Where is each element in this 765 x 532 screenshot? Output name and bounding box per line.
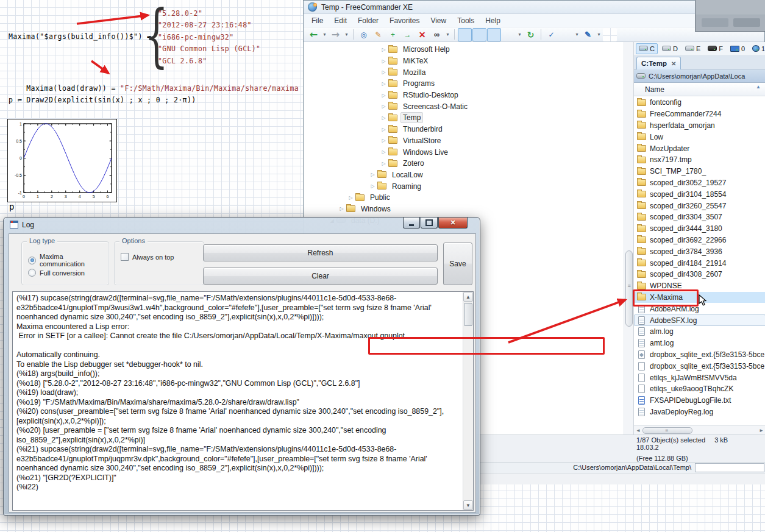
- file-row[interactable]: scoped_dir3260_25547: [634, 200, 765, 211]
- toolbar-button[interactable]: [544, 28, 558, 41]
- file-row[interactable]: alm.log: [634, 326, 765, 338]
- file-row[interactable]: nsx7197.tmp: [634, 154, 765, 166]
- toolbar-button[interactable]: [581, 28, 595, 41]
- menu-item[interactable]: Edit: [329, 15, 352, 26]
- file-row[interactable]: etilqs_kjJaWmBfSMVV5da: [634, 372, 765, 383]
- menu-item[interactable]: Tools: [452, 15, 480, 26]
- tree-expand-icon[interactable]: [379, 104, 388, 109]
- tree-item[interactable]: Screencast-O-Matic: [304, 101, 624, 112]
- close-button[interactable]: ✕: [438, 218, 468, 229]
- refresh-button[interactable]: Refresh: [203, 244, 438, 261]
- toolbar-button[interactable]: [321, 28, 328, 41]
- toolbar-button[interactable]: [603, 28, 617, 41]
- file-row[interactable]: scoped_dir3784_3936: [634, 246, 765, 257]
- radio-full-conversion[interactable]: Full conversion: [28, 269, 85, 277]
- toolbar-button[interactable]: [371, 28, 385, 41]
- tree-expand-icon[interactable]: [346, 195, 355, 200]
- toolbar-button[interactable]: [541, 29, 541, 40]
- clear-button[interactable]: Clear: [203, 268, 438, 285]
- tree-item[interactable]: MiKTeX: [304, 55, 624, 67]
- address-bar[interactable]: C:\Users\omorjan\AppData\Loca: [634, 69, 765, 83]
- tree-expand-icon[interactable]: [368, 183, 377, 189]
- checkbox-icon[interactable]: [121, 253, 129, 261]
- toolbar-button[interactable]: [343, 28, 350, 41]
- log-scrollbar[interactable]: ▲ ▼: [463, 292, 473, 510]
- tree-expand-icon[interactable]: [379, 69, 388, 75]
- tree-item[interactable]: Programs: [304, 78, 624, 90]
- toolbar-button[interactable]: [502, 28, 516, 41]
- scroll-left-icon[interactable]: ◄: [636, 428, 641, 433]
- toolbar-button[interactable]: [458, 28, 472, 41]
- tree-expand-icon[interactable]: [379, 81, 388, 87]
- radio-maxima-communication[interactable]: Maxima communication: [28, 253, 109, 268]
- tree-scrollbar-thumb[interactable]: [625, 250, 633, 327]
- tab-close-icon[interactable]: ✕: [671, 60, 676, 67]
- tree-expand-icon[interactable]: [379, 161, 388, 166]
- log-output-area[interactable]: (%i17) supcase(string(draw2d([terminal=s…: [12, 291, 474, 511]
- file-row[interactable]: AdobeARM.log: [634, 303, 765, 314]
- draw2d-expression[interactable]: p ≔ Draw2D(explicit(sin(x) ; x ; 0 ; 2·π…: [9, 96, 196, 104]
- tree-expand-icon[interactable]: [379, 47, 388, 52]
- tree-expand-icon[interactable]: [379, 138, 388, 143]
- tree-item[interactable]: Microsoft Help: [304, 44, 624, 55]
- file-row[interactable]: Low: [634, 131, 765, 143]
- tree-expand-icon[interactable]: [379, 93, 388, 98]
- toolbar-button[interactable]: [516, 28, 523, 41]
- menu-item[interactable]: View: [425, 15, 452, 26]
- plot-variable-caption[interactable]: p: [9, 202, 14, 211]
- hscrollbar-thumb[interactable]: [642, 427, 692, 434]
- tree-item[interactable]: Windows: [304, 204, 624, 215]
- scroll-down-icon[interactable]: ▼: [463, 500, 473, 510]
- toolbar-button[interactable]: [400, 28, 415, 41]
- tree-expand-icon[interactable]: [368, 172, 377, 177]
- toolbar-button[interactable]: [329, 28, 343, 41]
- tree-item[interactable]: Thunderbird: [304, 124, 624, 135]
- menu-item[interactable]: Favorites: [384, 15, 425, 26]
- drive-button[interactable]: F: [705, 43, 726, 54]
- file-row[interactable]: scoped_dir4184_21914: [634, 257, 765, 269]
- toolbar-button[interactable]: [524, 28, 538, 41]
- tree-item[interactable]: Zotero: [304, 158, 624, 169]
- scroll-right-icon[interactable]: ►: [759, 428, 764, 433]
- tree-item[interactable]: RStudio-Desktop: [304, 90, 624, 101]
- toolbar-button[interactable]: [574, 28, 580, 41]
- tree-expand-icon[interactable]: [379, 115, 388, 121]
- toolbar-button[interactable]: [454, 29, 455, 40]
- menu-item[interactable]: File: [306, 15, 329, 26]
- toolbar-button[interactable]: [357, 28, 371, 41]
- drive-button[interactable]: C: [636, 43, 658, 54]
- tree-item[interactable]: LocalLow: [304, 169, 624, 181]
- file-row[interactable]: JavaDeployReg.log: [634, 406, 765, 418]
- tree-expand-icon[interactable]: [379, 127, 388, 132]
- drive-button[interactable]: E: [682, 43, 703, 54]
- file-row[interactable]: amt.log: [634, 338, 765, 349]
- toolbar-button[interactable]: [415, 28, 429, 41]
- tree-item[interactable]: Temp: [304, 112, 624, 124]
- tree-item[interactable]: Mozilla: [304, 66, 624, 78]
- column-header-name[interactable]: Name ▲: [634, 83, 765, 96]
- toolbar-button[interactable]: [559, 28, 573, 41]
- tree-item[interactable]: VirtualStore: [304, 135, 624, 147]
- menu-item[interactable]: Folder: [352, 15, 384, 26]
- toolbar-button[interactable]: [386, 28, 400, 41]
- file-row[interactable]: hsperfdata_omorjan: [634, 120, 765, 132]
- file-list-hscrollbar[interactable]: ◄ ►: [634, 425, 765, 434]
- tree-expand-icon[interactable]: [337, 206, 346, 211]
- toolbar-button[interactable]: [430, 28, 444, 41]
- minimize-button[interactable]: [403, 218, 420, 229]
- file-row[interactable]: MozUpdater: [634, 143, 765, 154]
- file-row[interactable]: fontconfig: [634, 97, 765, 108]
- file-row[interactable]: scoped_dir3304_3507: [634, 211, 765, 223]
- file-row[interactable]: FreeCommander7244: [634, 108, 765, 120]
- tree-item[interactable]: Public: [304, 192, 624, 204]
- file-row[interactable]: scoped_dir3692_22966: [634, 235, 765, 246]
- tree-expand-icon[interactable]: [379, 59, 388, 64]
- tree-expand-icon[interactable]: [379, 149, 388, 155]
- file-row[interactable]: AdobeSFX.log: [634, 314, 765, 326]
- log-scrollbar-thumb[interactable]: [464, 303, 472, 326]
- toolbar-button[interactable]: [353, 29, 354, 40]
- drive-button[interactable]: D: [659, 43, 681, 54]
- tree-item[interactable]: Roaming: [304, 180, 624, 192]
- checkbox-always-on-top[interactable]: Always on top: [121, 253, 174, 261]
- toolbar-button[interactable]: [596, 28, 602, 41]
